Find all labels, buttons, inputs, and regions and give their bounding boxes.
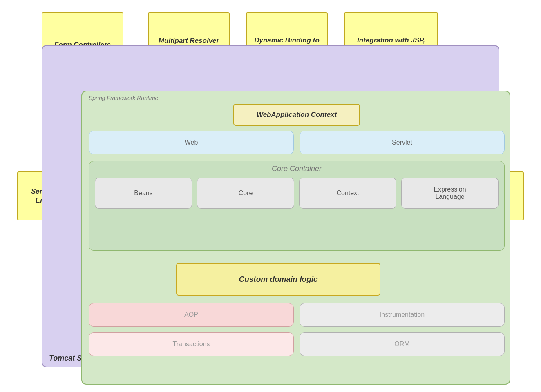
servlet-box: Servlet xyxy=(300,131,505,154)
aop-instrumentation-row: AOP Instrumentation xyxy=(89,303,505,327)
core-items-row: Beans Core Context Expression Language xyxy=(95,178,499,209)
spring-framework-runtime: Spring Framework Runtime WebApplication … xyxy=(81,91,510,385)
instrumentation-box: Instrumentation xyxy=(300,303,505,327)
transactions-orm-row: Transactions ORM xyxy=(89,332,505,356)
webapp-context-label: WebApplication Context xyxy=(257,111,337,119)
instrumentation-label: Instrumentation xyxy=(380,311,425,318)
expression-language-box: Expression Language xyxy=(401,178,499,209)
expression-language-label: Expression Language xyxy=(434,186,466,200)
beans-box: Beans xyxy=(95,178,192,209)
tomcat-servlet-container: Tomcat Servlet Container Spring Framewor… xyxy=(42,45,499,368)
web-box: Web xyxy=(89,131,294,154)
core-container-box: Core Container Beans Core Context Expres… xyxy=(89,161,505,251)
core-box: Core xyxy=(197,178,294,209)
web-servlet-row: Web Servlet xyxy=(89,131,505,154)
web-label: Web xyxy=(185,139,198,146)
orm-label: ORM xyxy=(394,341,409,348)
core-container-label: Core Container xyxy=(272,165,322,173)
custom-domain-label: Custom domain logic xyxy=(239,275,317,284)
context-box: Context xyxy=(299,178,396,209)
orm-box: ORM xyxy=(300,332,505,356)
spring-label: Spring Framework Runtime xyxy=(89,95,158,101)
core-label: Core xyxy=(239,189,253,197)
servlet-label: Servlet xyxy=(392,139,412,146)
multipart-resolver-label: Multipart Resolver xyxy=(159,36,219,45)
custom-domain-box: Custom domain logic xyxy=(176,263,380,296)
diagram-wrapper: Form Controllers Multipart Resolver Dyna… xyxy=(17,12,524,380)
transactions-label: Transactions xyxy=(173,341,210,348)
context-label: Context xyxy=(336,189,359,197)
aop-box: AOP xyxy=(89,303,294,327)
webapp-context-box: WebApplication Context xyxy=(233,104,360,126)
transactions-box: Transactions xyxy=(89,332,294,356)
beans-label: Beans xyxy=(134,189,152,197)
aop-label: AOP xyxy=(184,311,198,318)
